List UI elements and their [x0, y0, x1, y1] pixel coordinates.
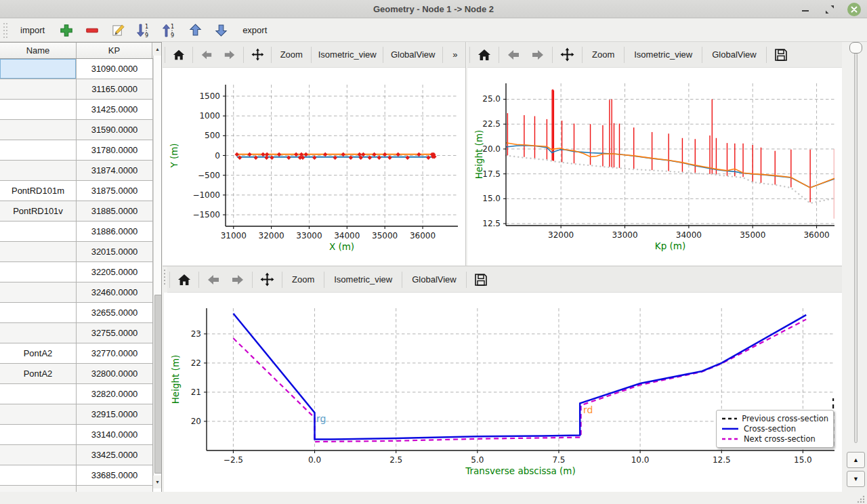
name-cell[interactable] [0, 120, 77, 140]
splitter-handle[interactable] [163, 270, 167, 285]
globalview-button[interactable]: GlobalView [385, 45, 440, 65]
zoom-button[interactable]: Zoom [274, 45, 309, 65]
move-down-button[interactable] [211, 21, 230, 40]
kp-cell[interactable]: 32655.0000 [77, 303, 153, 323]
vertical-splitter[interactable] [465, 42, 466, 266]
table-row[interactable]: PontA232770.0000 [0, 343, 153, 364]
titlebar[interactable]: Geometry - Node 1 -> Node 2 [0, 0, 867, 18]
export-button[interactable]: export [237, 22, 272, 38]
name-cell[interactable] [0, 242, 77, 262]
name-cell[interactable] [0, 486, 77, 492]
slider-handle[interactable] [849, 42, 862, 54]
kp-cell[interactable]: 31590.0000 [77, 120, 153, 140]
table-row[interactable]: 32820.0000 [0, 384, 153, 404]
name-cell[interactable] [0, 100, 77, 120]
table-row[interactable]: PontA232800.0000 [0, 364, 153, 384]
kp-cell[interactable]: 31090.0000 [77, 59, 153, 79]
maximize-button[interactable] [822, 2, 837, 17]
scroll-up-button[interactable]: ▲ [153, 43, 162, 56]
table-row[interactable]: 31780.0000 [0, 140, 153, 161]
name-cell[interactable]: PontA2 [0, 343, 77, 364]
name-cell[interactable] [0, 384, 77, 404]
home-button[interactable] [172, 270, 196, 290]
step-down-button[interactable]: ▼ [847, 471, 865, 487]
table-row[interactable]: 31165.0000 [0, 79, 153, 100]
sort-descending-button[interactable]: 1 9 [134, 21, 153, 40]
kp-cell[interactable]: 32915.0000 [77, 404, 153, 425]
pan-button[interactable] [246, 45, 270, 65]
table-row[interactable] [0, 486, 153, 492]
name-cell[interactable] [0, 79, 77, 100]
table-row[interactable]: 32460.0000 [0, 282, 153, 303]
kp-cell[interactable]: 32205.0000 [77, 262, 153, 282]
zoom-button[interactable]: Zoom [284, 270, 322, 290]
kp-cell[interactable]: 33425.0000 [77, 445, 153, 465]
close-button[interactable] [847, 2, 862, 17]
back-button[interactable] [201, 270, 226, 290]
kp-cell[interactable]: 31886.0000 [77, 222, 153, 242]
table-row[interactable]: 31874.0000 [0, 161, 153, 181]
kp-cell[interactable]: 31885.0000 [77, 201, 153, 222]
home-button[interactable] [472, 45, 496, 65]
name-cell[interactable] [0, 140, 77, 161]
kp-cell[interactable]: 31874.0000 [77, 161, 153, 181]
kp-cell[interactable] [77, 486, 153, 492]
scrollbar-thumb[interactable] [154, 295, 162, 474]
forward-button[interactable] [526, 45, 550, 65]
name-cell[interactable] [0, 445, 77, 465]
table-row[interactable]: 33425.0000 [0, 445, 153, 465]
globalview-button[interactable]: GlobalView [404, 270, 464, 290]
scrollbar-track[interactable] [153, 56, 162, 476]
toolbar-overflow-button[interactable]: » [445, 45, 465, 65]
pan-button[interactable] [555, 45, 580, 65]
home-button[interactable] [167, 45, 190, 65]
isometric-view-button[interactable]: Isometric_view [627, 45, 700, 65]
column-header-kp[interactable]: KP [77, 43, 152, 58]
table-row[interactable]: 31886.0000 [0, 222, 153, 242]
name-cell[interactable] [0, 404, 77, 425]
sort-ascending-button[interactable]: 1 9 [160, 21, 179, 40]
kp-cell[interactable]: 32460.0000 [77, 282, 153, 303]
name-cell[interactable]: PontRD101v [0, 201, 77, 222]
isometric-view-button[interactable]: Isometric_view [314, 45, 381, 65]
step-up-button[interactable]: ▲ [847, 452, 865, 468]
name-cell[interactable] [0, 59, 77, 79]
import-button[interactable]: import [15, 22, 50, 38]
cross-section-canvas[interactable]: −2.50.02.55.07.510.012.515.020212223Tran… [164, 293, 842, 492]
kp-cell[interactable]: 33140.0000 [77, 425, 153, 445]
table-row[interactable]: 32755.0000 [0, 323, 153, 343]
table-row[interactable]: PontRD101v31885.0000 [0, 201, 153, 222]
column-header-name[interactable]: Name [0, 43, 77, 58]
toolbar-drag-handle[interactable] [3, 22, 8, 39]
pan-button[interactable] [255, 270, 280, 290]
table-row[interactable]: 32655.0000 [0, 303, 153, 323]
profile-canvas[interactable]: 320003300034000350003600012.515.017.520.… [467, 68, 842, 266]
name-cell[interactable] [0, 262, 77, 282]
table-row[interactable]: PontRD101m31875.0000 [0, 181, 153, 201]
back-button[interactable] [195, 45, 218, 65]
kp-cell[interactable]: 33685.0000 [77, 465, 153, 486]
plan-view-canvas[interactable]: 310003200033000340003500036000−1500−1000… [163, 68, 465, 266]
name-cell[interactable]: PontA2 [0, 364, 77, 384]
forward-button[interactable] [218, 45, 241, 65]
table-row[interactable]: 31590.0000 [0, 120, 153, 140]
scroll-down-button[interactable]: ▼ [153, 476, 162, 488]
kp-cell[interactable]: 31875.0000 [77, 181, 153, 201]
isometric-view-button[interactable]: Isometric_view [326, 270, 400, 290]
kp-cell[interactable]: 32015.0000 [77, 242, 153, 262]
table-row[interactable]: 32205.0000 [0, 262, 153, 282]
name-cell[interactable] [0, 465, 77, 486]
table-scrollbar[interactable]: ▲ ▼ [153, 43, 162, 488]
kp-cell[interactable]: 32800.0000 [77, 364, 153, 384]
cross-section-chart[interactable]: −2.50.02.55.07.510.012.515.020212223Tran… [164, 293, 842, 492]
kp-cell[interactable]: 31165.0000 [77, 79, 153, 100]
name-cell[interactable] [0, 425, 77, 445]
save-figure-button[interactable] [469, 270, 493, 290]
resize-grip[interactable] [856, 495, 866, 504]
name-cell[interactable]: PontRD101m [0, 181, 77, 201]
minimize-button[interactable] [798, 2, 813, 17]
name-cell[interactable] [0, 303, 77, 323]
table-row[interactable]: 31425.0000 [0, 100, 153, 120]
table-row[interactable]: 33140.0000 [0, 425, 153, 445]
globalview-button[interactable]: GlobalView [704, 45, 764, 65]
